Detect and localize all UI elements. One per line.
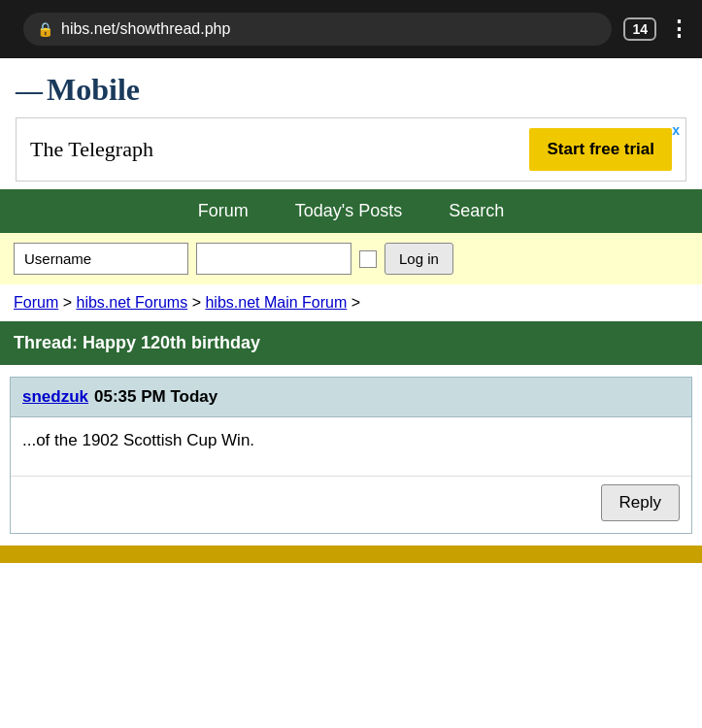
post-content: ...of the 1902 Scottish Cup Win. bbox=[22, 431, 254, 449]
remember-me-checkbox[interactable] bbox=[359, 250, 377, 268]
site-name: Mobile bbox=[47, 72, 140, 108]
post-footer: Reply bbox=[11, 476, 691, 533]
tab-count[interactable]: 14 bbox=[623, 17, 656, 41]
post-time: 05:35 PM Today bbox=[94, 387, 217, 407]
nav-forum[interactable]: Forum bbox=[175, 189, 272, 233]
logo-arrow: — bbox=[16, 75, 43, 106]
post-body: ...of the 1902 Scottish Cup Win. bbox=[11, 417, 691, 476]
login-bar: Log in bbox=[0, 233, 702, 284]
nav-search[interactable]: Search bbox=[425, 189, 527, 233]
post-container: snedzuk 05:35 PM Today ...of the 1902 Sc… bbox=[10, 377, 692, 534]
nav-todays-posts[interactable]: Today's Posts bbox=[272, 189, 426, 233]
ad-banner: x The Telegraph Start free trial bbox=[16, 117, 686, 182]
breadcrumb-sep3: > bbox=[351, 294, 360, 311]
post-author[interactable]: snedzuk bbox=[22, 387, 88, 407]
breadcrumb-hibs-forums[interactable]: hibs.net Forums bbox=[76, 294, 187, 311]
bottom-strip bbox=[0, 546, 702, 563]
breadcrumb-sep2: > bbox=[192, 294, 206, 311]
browser-menu-button[interactable]: ⋮ bbox=[668, 17, 690, 42]
site-logo: —Mobile bbox=[0, 58, 702, 117]
lock-icon: 🔒 bbox=[37, 21, 53, 37]
login-button[interactable]: Log in bbox=[384, 243, 453, 275]
start-trial-button[interactable]: Start free trial bbox=[529, 128, 672, 171]
reply-button[interactable]: Reply bbox=[601, 484, 680, 521]
page-content: —Mobile x The Telegraph Start free trial… bbox=[0, 58, 702, 563]
url-text: hibs.net/showthread.php bbox=[61, 20, 598, 38]
thread-title: Thread: Happy 120th birthday bbox=[14, 333, 260, 352]
nav-bar: Forum Today's Posts Search bbox=[0, 189, 702, 233]
thread-title-bar: Thread: Happy 120th birthday bbox=[0, 321, 702, 365]
breadcrumb: Forum > hibs.net Forums > hibs.net Main … bbox=[0, 284, 702, 321]
password-input[interactable] bbox=[196, 243, 351, 275]
username-input[interactable] bbox=[14, 243, 188, 275]
browser-chrome: 🔒 hibs.net/showthread.php 14 ⋮ bbox=[0, 0, 702, 58]
breadcrumb-forum[interactable]: Forum bbox=[14, 294, 58, 311]
ad-close-button[interactable]: x bbox=[672, 122, 680, 138]
address-bar[interactable]: 🔒 hibs.net/showthread.php bbox=[23, 13, 612, 46]
breadcrumb-main-forum[interactable]: hibs.net Main Forum bbox=[205, 294, 347, 311]
breadcrumb-sep1: > bbox=[63, 294, 77, 311]
post-header: snedzuk 05:35 PM Today bbox=[11, 378, 691, 417]
telegraph-logo: The Telegraph bbox=[30, 137, 153, 162]
